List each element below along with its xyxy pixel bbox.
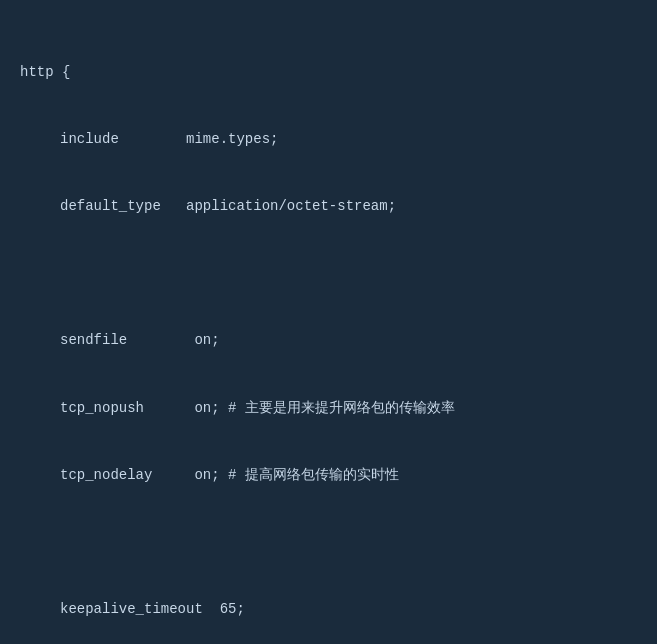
blank1 (20, 262, 637, 284)
include-line: include mime.types; (60, 128, 637, 150)
http-open: http { (20, 61, 637, 83)
default-type-line: default_type application/octet-stream; (60, 195, 637, 217)
tcp-nodelay-line: tcp_nodelay on; # 提高网络包传输的实时性 (60, 464, 637, 486)
sendfile-line: sendfile on; (60, 329, 637, 351)
keepalive-line: keepalive_timeout 65; (60, 598, 637, 620)
blank2 (20, 531, 637, 553)
tcp-nopush-line: tcp_nopush on; # 主要是用来提升网络包的传输效率 (60, 397, 637, 419)
code-container: http { include mime.types; default_type … (20, 16, 637, 644)
